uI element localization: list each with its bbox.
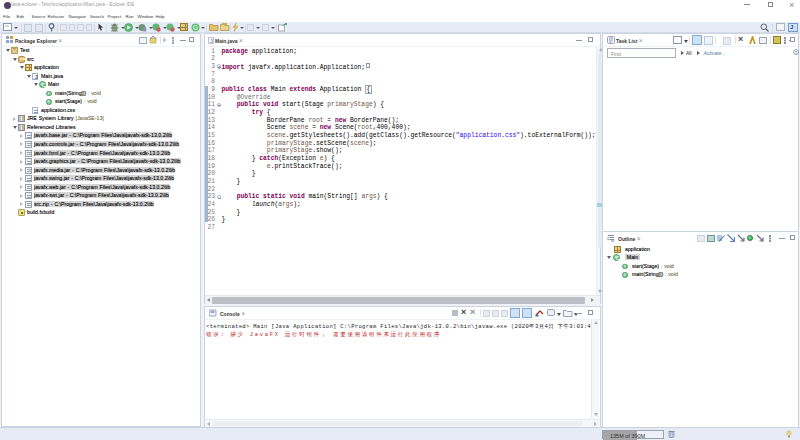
svg-text:G: G <box>192 24 197 31</box>
